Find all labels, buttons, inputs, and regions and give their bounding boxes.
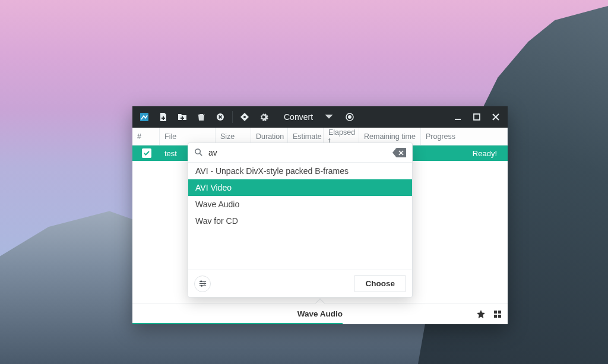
star-icon[interactable] bbox=[476, 309, 486, 319]
col-index[interactable]: # bbox=[132, 128, 160, 145]
diamond-icon[interactable] bbox=[236, 109, 253, 125]
settings-icon[interactable] bbox=[194, 276, 211, 292]
row-checkbox[interactable] bbox=[142, 148, 151, 158]
svg-rect-15 bbox=[199, 283, 205, 284]
svg-rect-10 bbox=[498, 315, 501, 318]
titlebar: Convert bbox=[132, 106, 508, 128]
svg-rect-9 bbox=[494, 315, 497, 318]
footer-progress bbox=[132, 323, 343, 324]
svg-rect-7 bbox=[494, 311, 497, 314]
minimize-icon[interactable] bbox=[449, 109, 466, 125]
toolbar-separator bbox=[232, 111, 233, 123]
search-row bbox=[188, 143, 412, 163]
clear-search-icon[interactable] bbox=[395, 148, 406, 157]
maximize-icon[interactable] bbox=[468, 109, 485, 125]
svg-point-11 bbox=[195, 149, 200, 154]
close-icon[interactable] bbox=[487, 109, 504, 125]
app-icon bbox=[136, 109, 153, 125]
svg-rect-13 bbox=[199, 281, 205, 281]
option-item[interactable]: AVI - Unpack DivX-style packed B-frames bbox=[188, 163, 412, 179]
row-status: Ready! bbox=[468, 149, 508, 158]
option-item[interactable]: Wave Audio bbox=[188, 196, 412, 213]
choose-button[interactable]: Choose bbox=[354, 275, 406, 292]
svg-rect-6 bbox=[474, 114, 480, 120]
footer-format[interactable]: Wave Audio bbox=[297, 309, 343, 318]
add-file-icon[interactable] bbox=[155, 109, 172, 125]
popover-footer: Choose bbox=[188, 270, 412, 297]
grid-icon[interactable] bbox=[492, 309, 503, 319]
trash-icon[interactable] bbox=[193, 109, 210, 125]
add-folder-icon[interactable] bbox=[174, 109, 191, 125]
record-icon[interactable] bbox=[341, 109, 358, 125]
svg-rect-5 bbox=[455, 119, 461, 120]
search-icon bbox=[194, 148, 204, 157]
action-label[interactable]: Convert bbox=[274, 112, 320, 122]
svg-rect-8 bbox=[498, 311, 501, 314]
options-list: AVI - Unpack DivX-style packed B-frames … bbox=[188, 163, 412, 270]
svg-point-4 bbox=[348, 115, 352, 119]
format-popover: AVI - Unpack DivX-style packed B-frames … bbox=[188, 143, 413, 297]
search-input[interactable] bbox=[208, 148, 391, 157]
svg-rect-17 bbox=[199, 286, 205, 286]
gear-icon[interactable] bbox=[255, 109, 272, 125]
stop-icon[interactable] bbox=[212, 109, 229, 125]
option-item[interactable]: Wav for CD bbox=[188, 213, 412, 229]
col-progress[interactable]: Progress bbox=[421, 128, 508, 145]
dropdown-arrow-icon[interactable] bbox=[322, 109, 339, 125]
footer-bar: Wave Audio bbox=[132, 303, 508, 324]
option-item[interactable]: AVI Video bbox=[188, 179, 412, 196]
svg-point-2 bbox=[243, 116, 246, 118]
